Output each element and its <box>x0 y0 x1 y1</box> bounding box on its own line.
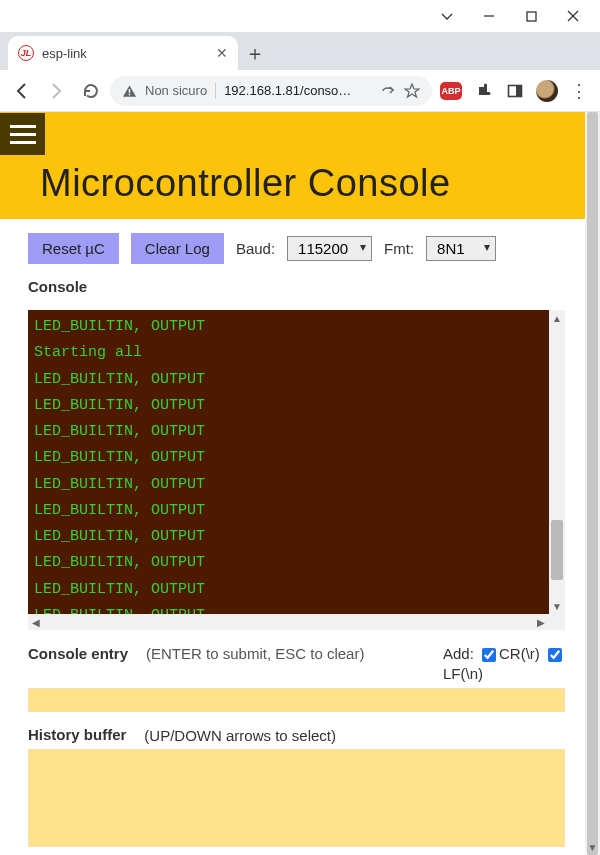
favicon-icon: JL <box>18 45 34 61</box>
svg-rect-7 <box>516 85 522 96</box>
console-vertical-scrollbar[interactable]: ▲ ▼ <box>549 310 565 614</box>
nav-reload-button[interactable] <box>76 77 104 105</box>
tab-close-icon[interactable]: ✕ <box>216 45 228 61</box>
console-scroll-up-arrow[interactable]: ▲ <box>549 310 565 326</box>
new-tab-button[interactable]: ＋ <box>238 36 272 70</box>
omnibox-separator <box>215 83 216 99</box>
page-vertical-scrollbar[interactable]: ▲ ▼ <box>585 112 600 855</box>
browser-tabstrip: JL esp-link ✕ ＋ <box>0 32 600 70</box>
console-entry-hint: (ENTER to submit, ESC to clear) <box>146 645 425 662</box>
history-buffer-label: History buffer <box>28 726 126 743</box>
clear-log-button[interactable]: Clear Log <box>131 233 224 264</box>
page-header: Microcontroller Console <box>0 112 585 219</box>
cr-label: CR(\r) <box>499 645 540 662</box>
cr-checkbox[interactable] <box>482 648 496 662</box>
share-icon[interactable] <box>380 83 396 99</box>
sidepanel-icon[interactable] <box>502 78 528 104</box>
svg-rect-4 <box>129 89 131 93</box>
scrollbar-thumb[interactable] <box>587 112 598 855</box>
scrollbar-down-arrow[interactable]: ▼ <box>585 840 600 855</box>
hamburger-menu-button[interactable] <box>0 113 45 155</box>
page-title: Microcontroller Console <box>0 156 585 219</box>
console-entry-input[interactable] <box>28 688 565 712</box>
browser-tab-active[interactable]: JL esp-link ✕ <box>8 36 238 70</box>
profile-avatar[interactable] <box>534 78 560 104</box>
lf-label: LF(\n) <box>443 665 483 682</box>
page-viewport: ▲ ▼ Microcontroller Console Reset µC Cle… <box>0 112 600 855</box>
console-entry-label: Console entry <box>28 645 128 662</box>
abp-extension-icon[interactable]: ABP <box>438 78 464 104</box>
browser-toolbar: Non sicuro 192.168.1.81/conso… ABP ⋮ <box>0 70 600 112</box>
console-horizontal-scrollbar[interactable]: ◀ ▶ <box>28 614 549 630</box>
window-minimize-button[interactable] <box>468 2 510 30</box>
baud-label: Baud: <box>236 240 275 257</box>
reset-button[interactable]: Reset µC <box>28 233 119 264</box>
svg-rect-5 <box>129 93 131 95</box>
tab-title: esp-link <box>42 46 208 61</box>
page-content: Reset µC Clear Log Baud: 115200 Fmt: 8N1… <box>0 219 585 847</box>
console-section-label: Console <box>28 278 565 295</box>
window-close-button[interactable] <box>552 2 594 30</box>
history-buffer-box[interactable] <box>28 749 565 847</box>
url-text: 192.168.1.81/conso… <box>224 83 372 98</box>
fmt-select[interactable]: 8N1 <box>426 236 496 261</box>
window-maximize-button[interactable] <box>510 2 552 30</box>
bookmark-star-icon[interactable] <box>404 83 420 99</box>
nav-back-button[interactable] <box>8 77 36 105</box>
console-scroll-thumb[interactable] <box>551 520 563 580</box>
address-bar[interactable]: Non sicuro 192.168.1.81/conso… <box>110 76 432 106</box>
console-output[interactable]: LED_BUILTIN, OUTPUT Starting all LED_BUI… <box>28 310 565 630</box>
window-titlebar <box>0 0 600 32</box>
console-scroll-down-arrow[interactable]: ▼ <box>549 598 565 614</box>
console-scroll-left-arrow[interactable]: ◀ <box>28 614 44 630</box>
warning-icon <box>122 84 137 98</box>
nav-forward-button[interactable] <box>42 77 70 105</box>
fmt-label: Fmt: <box>384 240 414 257</box>
console-output-wrap: LED_BUILTIN, OUTPUT Starting all LED_BUI… <box>28 310 565 630</box>
extensions-icon[interactable] <box>470 78 496 104</box>
window-dropdown-button[interactable] <box>426 2 468 30</box>
svg-rect-1 <box>527 12 536 21</box>
console-scroll-corner <box>549 614 565 630</box>
baud-select[interactable]: 115200 <box>287 236 372 261</box>
add-label: Add: <box>443 645 474 662</box>
history-buffer-hint: (UP/DOWN arrows to select) <box>144 727 336 744</box>
console-scroll-right-arrow[interactable]: ▶ <box>533 614 549 630</box>
security-label: Non sicuro <box>145 83 207 98</box>
lf-checkbox[interactable] <box>548 648 562 662</box>
browser-menu-button[interactable]: ⋮ <box>566 78 592 104</box>
